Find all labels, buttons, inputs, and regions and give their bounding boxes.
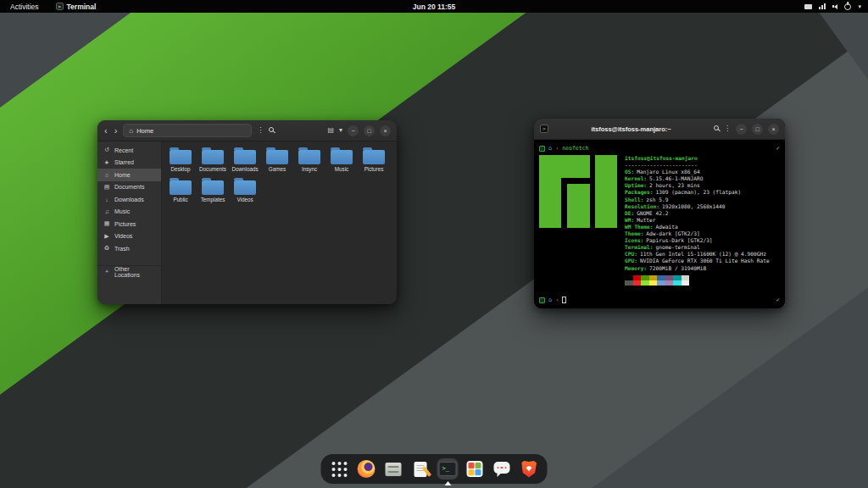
path-bar[interactable]: ⌂ Home <box>123 124 252 137</box>
sidebar-item-videos[interactable]: ▶ Videos <box>97 230 161 243</box>
neofetch-output: itsfoss@itsfoss-manjaro ----------------… <box>539 155 780 286</box>
folder-public[interactable]: Public <box>164 180 197 202</box>
folder-icon <box>170 150 192 164</box>
folder-documents[interactable]: Documents <box>197 150 229 172</box>
sidebar-item-home[interactable]: ⌂ Home <box>97 169 161 181</box>
dock-app-terminal[interactable]: >_ <box>437 458 459 480</box>
shell-prompt-line: ⌂ › neofetch ✔ <box>539 144 780 152</box>
path-label: Home <box>136 127 153 135</box>
sidebar-item-downloads[interactable]: ↓ Downloads <box>97 193 161 206</box>
files-window: ‹ › ⌂ Home ⋮ ▤ ▾ − □ × ↺ Recent ★ Starre… <box>97 120 397 304</box>
view-options-caret[interactable]: ▾ <box>339 127 342 134</box>
brave-icon <box>521 461 537 478</box>
sidebar-item-music[interactable]: ♫ Music <box>97 206 161 219</box>
manjaro-logo <box>539 155 617 228</box>
sidebar-item-label: Starred <box>114 159 134 165</box>
folder-videos[interactable]: Videos <box>229 180 261 202</box>
folder-label: Templates <box>201 197 225 202</box>
view-toggle-button[interactable]: ▤ <box>327 127 334 134</box>
close-button[interactable]: × <box>768 124 779 135</box>
sidebar-item-recent[interactable]: ↺ Recent <box>97 144 161 157</box>
sidebar-item-label: Recent <box>114 147 133 153</box>
maximize-button[interactable]: □ <box>752 124 763 135</box>
close-button[interactable]: × <box>380 125 391 136</box>
pictures-icon: ▦ <box>103 220 110 227</box>
dock-app-messaging[interactable] <box>492 458 513 480</box>
sidebar-item-documents[interactable]: ▤ Documents <box>97 181 161 194</box>
screencast-icon <box>804 4 812 9</box>
activities-button[interactable]: Activities <box>7 3 42 11</box>
dock-app-files[interactable] <box>383 458 404 480</box>
folder-insync[interactable]: Insync <box>293 150 326 172</box>
search-button[interactable] <box>269 127 274 134</box>
folder-icon <box>202 150 224 164</box>
folder-icon <box>234 180 256 195</box>
focused-app-indicator <box>444 481 451 485</box>
terminal-menu-button[interactable]: ⋮ <box>724 125 731 132</box>
sidebar-item-label: Home <box>114 172 131 178</box>
neofetch-line: GPU:NVIDIA GeForce RTX 3060 Ti Lite Hash… <box>625 258 770 264</box>
folder-games[interactable]: Games <box>261 150 293 172</box>
folder-icon <box>266 150 288 164</box>
folder-templates[interactable]: Templates <box>197 180 229 202</box>
folder-label: Downloads <box>231 167 258 172</box>
dock-app-text-editor[interactable] <box>410 458 431 480</box>
minimize-button[interactable]: − <box>736 124 747 135</box>
folder-label: Videos <box>236 197 253 202</box>
back-button[interactable]: ‹ <box>103 126 108 136</box>
terminal-icon: >_ <box>439 462 457 476</box>
prompt-arrow-icon: › <box>555 297 559 303</box>
sidebar-item-label: Other Locations <box>114 266 155 278</box>
folder-desktop[interactable]: Desktop <box>164 150 197 172</box>
sidebar-item-trash[interactable]: ♻ Trash <box>97 242 161 255</box>
dock-app-software[interactable] <box>465 458 486 480</box>
terminal-cursor <box>562 297 566 303</box>
sidebar-item-pictures[interactable]: ▦ Pictures <box>97 218 161 230</box>
folder-music[interactable]: Music <box>326 150 358 172</box>
folder-icon <box>170 180 192 195</box>
dock-app-brave[interactable] <box>519 458 540 480</box>
show-apps-button[interactable] <box>329 458 350 480</box>
folder-icon <box>363 150 385 164</box>
documents-icon: ▤ <box>103 184 110 191</box>
neofetch-info: itsfoss@itsfoss-manjaro ----------------… <box>625 155 770 286</box>
files-sidebar: ↺ Recent ★ Starred ⌂ Home ▤ Documents ↓ … <box>97 141 162 304</box>
color-swatch <box>657 280 665 286</box>
terminal-content[interactable]: ⌂ › neofetch ✔ itsfoss@itsfoss-manjaro -… <box>534 140 785 308</box>
terminal-headerbar[interactable]: > itsfoss@itsfoss-manjaro:~ ⋮ − □ × <box>534 119 785 140</box>
folder-downloads[interactable]: Downloads <box>229 150 261 172</box>
focused-app-menu[interactable]: > Terminal <box>56 3 97 11</box>
terminal-search-button[interactable] <box>714 125 719 132</box>
home-icon: ⌂ <box>129 127 133 135</box>
neofetch-line: OS:Manjaro Linux x86_64 <box>625 169 770 175</box>
color-swatch <box>673 280 682 286</box>
maximize-button[interactable]: □ <box>364 125 375 136</box>
minimize-button[interactable]: − <box>348 125 359 136</box>
terminal-app-icon[interactable]: > <box>540 125 548 133</box>
color-swatch <box>641 280 649 286</box>
videos-icon: ▶ <box>103 233 110 240</box>
chat-app-icon <box>494 462 510 474</box>
sidebar-item-label: Documents <box>114 184 144 190</box>
sidebar-item-label: Trash <box>114 246 130 252</box>
clock[interactable]: Jun 20 11:55 <box>413 3 456 11</box>
text-editor-icon <box>415 462 427 477</box>
sidebar-item-starred[interactable]: ★ Starred <box>97 157 161 169</box>
forward-button[interactable]: › <box>114 126 119 136</box>
folder-label: Public <box>173 197 187 202</box>
power-icon <box>844 3 851 10</box>
terminal-prompt-glyph: >_ <box>442 466 449 472</box>
terminal-mini-icon: > <box>56 3 64 10</box>
home-dir-icon: ⌂ <box>548 297 552 303</box>
system-tray[interactable]: ▾ <box>804 3 861 10</box>
neofetch-line: Terminal:gnome-terminal <box>625 244 770 251</box>
folder-label: Games <box>269 167 286 172</box>
sidebar-item-other-locations[interactable]: + Other Locations <box>97 265 161 278</box>
folder-pictures[interactable]: Pictures <box>358 150 390 172</box>
dock-app-firefox[interactable] <box>356 458 377 480</box>
files-headerbar[interactable]: ‹ › ⌂ Home ⋮ ▤ ▾ − □ × <box>97 120 397 141</box>
path-menu-button[interactable]: ⋮ <box>257 127 264 134</box>
focused-app-label: Terminal <box>67 3 97 11</box>
neofetch-line: Resolution:1920x1080, 2560x1440 <box>625 203 770 210</box>
neofetch-separator: ----------------------- <box>625 162 770 169</box>
